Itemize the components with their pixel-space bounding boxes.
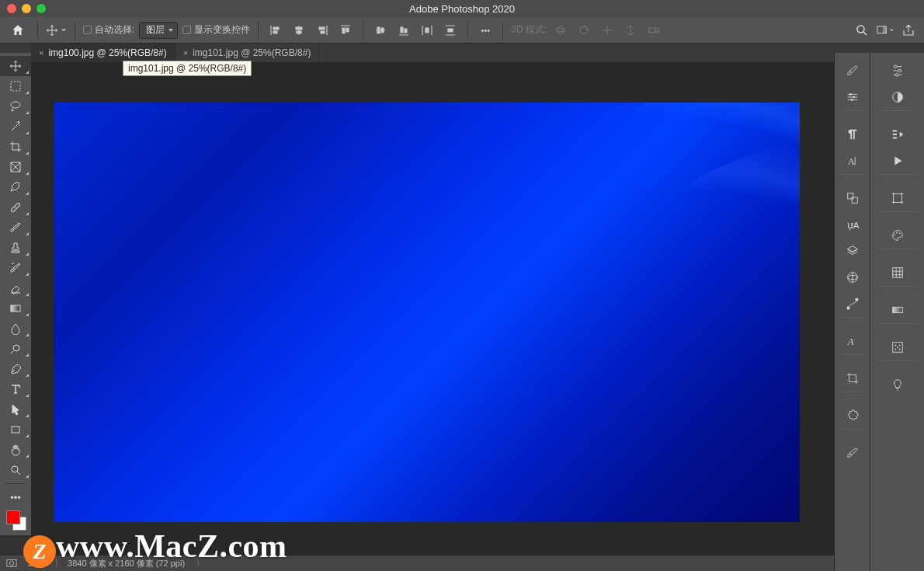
brushes-panel-button[interactable] [835, 59, 870, 82]
shape-tool[interactable] [0, 420, 31, 440]
color-panel-button[interactable] [870, 224, 924, 247]
crop-tool[interactable] [0, 137, 31, 157]
paths-panel-button[interactable] [835, 292, 870, 315]
zoom-tool[interactable] [0, 460, 31, 480]
home-button[interactable] [6, 19, 30, 41]
edit-toolbar-button[interactable]: ••• [0, 487, 31, 507]
path-select-tool[interactable] [0, 399, 31, 420]
search-button[interactable] [853, 21, 871, 40]
mask-mode-indicator[interactable] [6, 559, 17, 568]
align-left-button[interactable] [266, 21, 285, 40]
play-panel-button[interactable] [870, 149, 924, 172]
tab-tooltip: img101.jpg @ 25%(RGB/8#) [123, 61, 252, 76]
home-icon [11, 23, 25, 37]
plugins-panel-button[interactable] [835, 404, 870, 427]
layers-panel-button[interactable] [835, 239, 870, 263]
type-icon [9, 383, 22, 395]
swatches-panel-button[interactable] [870, 261, 924, 284]
svg-rect-25 [846, 307, 849, 310]
align-vcenter-button[interactable] [371, 21, 390, 40]
marquee-tool[interactable] [0, 76, 31, 96]
align-bottom-button[interactable] [394, 21, 413, 40]
stamp-tool[interactable] [0, 238, 31, 258]
align-top-button[interactable] [336, 21, 355, 40]
learn-panel-button[interactable] [870, 373, 924, 396]
panel-gap [835, 174, 870, 185]
align-center-h-button[interactable] [290, 21, 308, 40]
roll-3d-button[interactable] [575, 21, 593, 40]
history-brush-tool[interactable] [0, 258, 31, 278]
crop-panel-button[interactable] [835, 367, 870, 390]
clone-source-panel-button[interactable] [835, 186, 870, 210]
maximize-window-button[interactable] [36, 4, 46, 13]
channels-panel-button[interactable] [835, 266, 870, 289]
type-tool[interactable] [0, 379, 31, 399]
divider [75, 22, 75, 39]
align-left-icon [269, 24, 282, 37]
brush-tool[interactable] [0, 218, 31, 238]
more-align-button[interactable]: ••• [476, 21, 495, 40]
dodge-tool[interactable] [0, 339, 31, 359]
show-transform-checkbox[interactable]: 显示变换控件 [182, 23, 250, 37]
svg-text:A: A [847, 156, 854, 167]
workspace-switcher-button[interactable] [876, 21, 894, 40]
move-tool[interactable] [0, 56, 31, 76]
show-transform-label: 显示变换控件 [194, 23, 250, 37]
workspace-icon [876, 23, 888, 37]
auto-select-target-dropdown[interactable]: 图层 [139, 22, 178, 39]
frame-tool[interactable] [0, 157, 31, 177]
close-window-button[interactable] [7, 4, 16, 13]
palette-icon [891, 228, 905, 242]
minimize-window-button[interactable] [22, 4, 31, 13]
eyedropper-tool[interactable] [0, 177, 31, 197]
toolbox: ••• [0, 53, 31, 535]
svg-point-16 [853, 96, 855, 99]
svg-point-17 [850, 99, 853, 101]
gradients-panel-button[interactable] [870, 298, 924, 322]
blur-tool[interactable] [0, 319, 31, 339]
styles-panel-button[interactable] [870, 85, 924, 109]
pen-tool[interactable] [0, 359, 31, 379]
document-canvas[interactable] [54, 103, 800, 522]
distribute-v-button[interactable] [441, 21, 460, 40]
navigator-panel-button[interactable]: ựA [835, 213, 870, 236]
slide-3d-button[interactable] [621, 21, 640, 40]
chevron-down-icon [889, 27, 894, 33]
close-tab-icon[interactable]: × [183, 48, 188, 57]
crop-icon [9, 141, 22, 153]
character-panel-button[interactable]: A [835, 149, 870, 172]
canvas-area[interactable] [31, 62, 834, 555]
align-right-button[interactable] [313, 21, 332, 40]
zoom-icon [9, 464, 22, 476]
brush-settings-panel-button[interactable] [835, 85, 870, 109]
glyphs-panel-button[interactable]: A [835, 329, 870, 353]
gradient-tool[interactable] [0, 298, 31, 319]
lasso-tool[interactable] [0, 96, 31, 117]
foreground-color-swatch[interactable] [6, 510, 20, 524]
distribute-h-button[interactable] [418, 21, 436, 40]
distribute-h-icon [421, 24, 433, 37]
eraser-tool[interactable] [0, 278, 31, 298]
artboards-panel-button[interactable] [870, 186, 924, 210]
hand-tool[interactable] [0, 440, 31, 460]
healing-tool[interactable] [0, 197, 31, 218]
distribute-v-icon [444, 24, 457, 37]
document-tab[interactable]: × img100.jpg @ 25%(RGB/8#) [31, 44, 175, 62]
current-tool-indicator[interactable] [46, 24, 67, 37]
arrow-cursor-icon [9, 403, 22, 416]
actions-panel-button[interactable] [870, 123, 924, 146]
patterns-panel-button[interactable] [870, 336, 924, 359]
adjustments-panel-button[interactable] [870, 59, 924, 82]
auto-select-checkbox[interactable]: 自动选择: [83, 23, 134, 37]
color-swatches[interactable] [6, 510, 25, 529]
camera-3d-button[interactable] [644, 21, 663, 40]
magic-wand-tool[interactable] [0, 117, 31, 137]
orbit-3d-button[interactable] [551, 21, 570, 40]
pan-3d-button[interactable] [598, 21, 617, 40]
paragraph-panel-button[interactable] [835, 123, 870, 146]
divider [37, 22, 38, 39]
document-tab[interactable]: × img101.jpg @ 25%(RGB/8#) [175, 44, 320, 62]
tool-presets-panel-button[interactable] [835, 441, 870, 465]
share-button[interactable] [899, 21, 918, 40]
close-tab-icon[interactable]: × [39, 48, 43, 57]
